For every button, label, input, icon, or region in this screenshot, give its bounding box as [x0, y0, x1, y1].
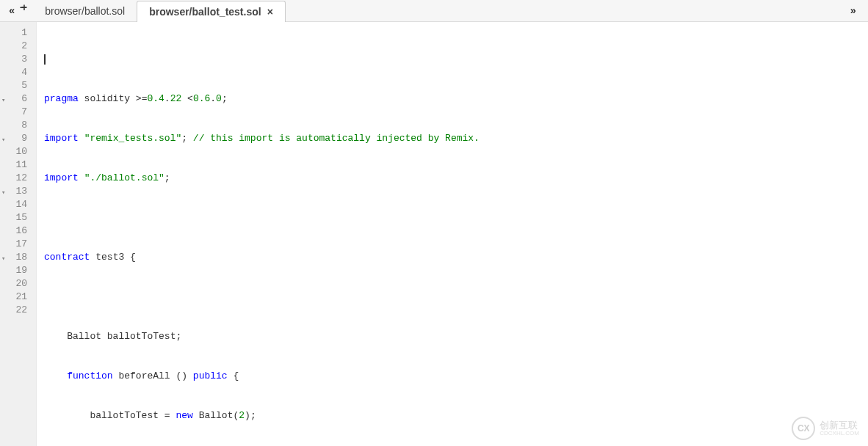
zoom-in-icon[interactable]: +: [21, 2, 27, 14]
tab-bar-right-controls: »: [850, 5, 865, 17]
code-line: import "./ballot.sol";: [44, 172, 868, 185]
line-number: 15: [3, 211, 27, 224]
watermark-text: 创新互联 CDCXHL.COM: [820, 421, 859, 436]
line-number: 2: [3, 40, 27, 53]
line-number: 20: [3, 277, 27, 290]
code-line: [44, 53, 868, 66]
line-number-gutter: 1 2 3 4 5 ▾6 7 8 ▾9 10 11 12 ▾13 14 15 1…: [0, 22, 37, 446]
line-number: 16: [3, 224, 27, 238]
code-line: function beforeAll () public {: [44, 370, 868, 383]
text-cursor: [44, 54, 46, 65]
line-number: 12: [3, 172, 27, 185]
tab-ballot-test[interactable]: browser/ballot_test.sol ×: [137, 1, 286, 22]
line-number: 11: [3, 158, 27, 172]
tab-label: browser/ballot_test.sol: [149, 6, 261, 18]
scroll-tabs-left-icon[interactable]: «: [9, 5, 15, 17]
line-number: 14: [3, 198, 27, 211]
tab-bar-left-controls: « − +: [3, 5, 33, 17]
line-number: 7: [3, 106, 27, 119]
tabs-container: browser/ballot.sol browser/ballot_test.s…: [33, 0, 286, 21]
line-number: 22: [3, 304, 27, 317]
line-number: 1: [3, 26, 27, 40]
line-number: 21: [3, 290, 27, 304]
line-number: ▾18: [3, 251, 27, 264]
watermark-logo: CX 创新互联 CDCXHL.COM: [792, 417, 859, 440]
line-number: 17: [3, 238, 27, 251]
line-number: 10: [3, 145, 27, 158]
line-number: 4: [3, 66, 27, 79]
tab-label: browser/ballot.sol: [45, 5, 125, 17]
line-number: 5: [3, 79, 27, 92]
line-number: ▾6: [3, 92, 27, 106]
line-number: 3: [3, 53, 27, 66]
code-line: [44, 290, 868, 304]
watermark-icon: CX: [792, 417, 815, 440]
line-number: 19: [3, 264, 27, 277]
tab-bar: « − + browser/ballot.sol browser/ballot_…: [0, 0, 868, 22]
code-line: pragma solidity >=0.4.22 <0.6.0;: [44, 92, 868, 106]
line-number: 8: [3, 119, 27, 132]
close-tab-icon[interactable]: ×: [267, 6, 273, 18]
line-number: ▾13: [3, 185, 27, 198]
code-area[interactable]: pragma solidity >=0.4.22 <0.6.0; import …: [37, 22, 868, 446]
tab-ballot[interactable]: browser/ballot.sol: [33, 1, 137, 21]
scroll-tabs-right-icon[interactable]: »: [850, 5, 856, 17]
code-line: import "remix_tests.sol"; // this import…: [44, 132, 868, 145]
code-line: Ballot ballotToTest;: [44, 330, 868, 343]
line-number: ▾9: [3, 132, 27, 145]
code-line: ballotToTest = new Ballot(2);: [44, 409, 868, 423]
code-line: contract test3 {: [44, 251, 868, 264]
code-editor[interactable]: 1 2 3 4 5 ▾6 7 8 ▾9 10 11 12 ▾13 14 15 1…: [0, 22, 868, 446]
code-line: [44, 211, 868, 224]
